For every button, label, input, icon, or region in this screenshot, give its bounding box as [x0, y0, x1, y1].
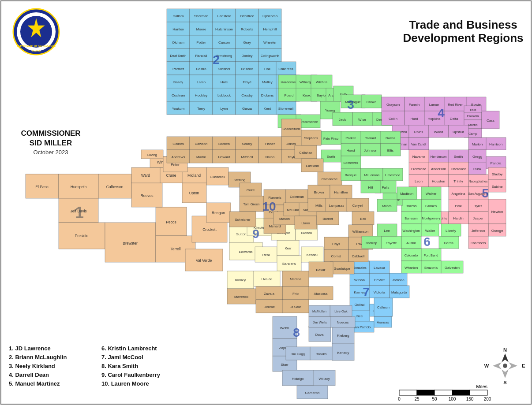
svg-text:Floyd: Floyd [243, 80, 251, 84]
svg-text:Childress: Childress [278, 67, 293, 71]
svg-text:Val Verde: Val Verde [196, 258, 212, 263]
legend-2: 2. Briann McLaughlin [9, 354, 67, 360]
svg-text:Montgomery: Montgomery [422, 216, 440, 220]
svg-text:Mason: Mason [279, 217, 290, 221]
svg-text:Delta: Delta [450, 117, 458, 121]
svg-text:Hall: Hall [264, 67, 270, 71]
svg-text:Washington: Washington [402, 229, 420, 233]
svg-text:Brooks: Brooks [316, 352, 327, 356]
svg-text:Eastland: Eastland [306, 164, 318, 168]
svg-text:3: 3 [347, 98, 354, 111]
svg-text:Duval: Duval [315, 333, 325, 337]
svg-text:Brazos: Brazos [406, 204, 417, 208]
svg-text:Gonzales: Gonzales [352, 266, 367, 270]
svg-text:Frio: Frio [292, 292, 299, 296]
svg-text:Nacogdoches: Nacogdoches [469, 180, 488, 183]
svg-text:Dickens: Dickens [261, 93, 273, 97]
svg-text:Fisher: Fisher [265, 142, 275, 146]
svg-text:Erath: Erath [326, 155, 335, 159]
svg-text:Callahan: Callahan [299, 151, 312, 155]
svg-text:McMullen: McMullen [312, 309, 326, 313]
svg-text:Comal: Comal [331, 254, 341, 258]
svg-text:Andrews: Andrews [171, 155, 185, 159]
svg-text:Jefferson: Jefferson [472, 229, 485, 233]
svg-text:Comanche: Comanche [322, 177, 337, 181]
svg-text:Fannin: Fannin [409, 103, 420, 107]
svg-text:Lee: Lee [384, 229, 390, 233]
svg-text:Roberts: Roberts [241, 27, 253, 31]
svg-text:Houston: Houston [432, 179, 445, 183]
legend-5: 5. Manuel Martinez [9, 380, 60, 387]
svg-text:Jim Wells: Jim Wells [313, 320, 327, 324]
svg-text:Franklin: Franklin [467, 114, 479, 118]
svg-text:Jim Hogg: Jim Hogg [291, 352, 305, 356]
svg-text:Hudspeth: Hudspeth [71, 185, 87, 189]
svg-text:Galveston: Galveston [445, 266, 460, 270]
svg-text:Ochiltree: Ochiltree [240, 14, 255, 18]
svg-text:Starr: Starr [281, 363, 288, 367]
svg-text:Rusk: Rusk [473, 167, 482, 171]
svg-text:Mitchell: Mitchell [241, 155, 253, 159]
svg-text:50: 50 [432, 397, 437, 401]
svg-text:Hood: Hood [346, 149, 355, 152]
svg-text:Panola: Panola [491, 161, 502, 165]
legend-9: 9. Carol Faulkenberry [101, 372, 161, 378]
svg-text:N: N [503, 347, 507, 353]
commissioner-date: October 2023 [34, 149, 68, 156]
svg-text:Real: Real [262, 253, 270, 257]
svg-text:Cass: Cass [487, 119, 495, 123]
svg-text:Brown: Brown [314, 190, 324, 194]
svg-text:Trinity: Trinity [453, 179, 463, 183]
svg-text:S: S [503, 380, 506, 385]
svg-text:Crockett: Crockett [202, 227, 217, 232]
svg-text:Lampasas: Lampasas [329, 204, 345, 208]
svg-text:0: 0 [398, 397, 401, 401]
svg-text:Nolan: Nolan [266, 155, 275, 159]
svg-text:Kinney: Kinney [235, 278, 246, 282]
svg-text:E: E [522, 363, 525, 368]
svg-text:Shelby: Shelby [492, 172, 502, 176]
svg-text:Caldwell: Caldwell [352, 254, 365, 258]
svg-text:Colorado: Colorado [405, 253, 418, 257]
svg-text:Martin: Martin [196, 155, 206, 159]
svg-text:Collin: Collin [389, 117, 397, 121]
svg-text:Young: Young [325, 108, 335, 112]
svg-text:Lipscomb: Lipscomb [262, 14, 278, 18]
svg-text:Stonewall: Stonewall [278, 107, 294, 111]
svg-text:Upton: Upton [189, 191, 199, 195]
svg-text:Presidio: Presidio [75, 234, 89, 238]
texas-map: El Paso Hudspeth Culberson Jeff Davis Pr… [0, 0, 532, 405]
svg-text:Dallam: Dallam [173, 14, 184, 18]
svg-text:Hidalgo: Hidalgo [292, 377, 304, 381]
legend-6: 6. Kristin Lambrecht [101, 345, 157, 352]
svg-text:Moore: Moore [196, 27, 206, 31]
svg-text:Culberson: Culberson [106, 185, 124, 189]
svg-text:100: 100 [449, 397, 456, 401]
svg-text:Coleman: Coleman [290, 195, 304, 199]
svg-text:Jasper: Jasper [473, 216, 483, 220]
svg-text:Lavaca: Lavaca [374, 266, 385, 270]
svg-text:Borden: Borden [218, 142, 230, 146]
svg-text:Newton: Newton [491, 210, 503, 214]
svg-text:Harris: Harris [444, 241, 453, 245]
svg-text:Foard: Foard [285, 93, 294, 97]
svg-text:Harrison: Harrison [489, 142, 502, 146]
svg-text:Swisher: Swisher [218, 67, 231, 71]
svg-text:Angelina: Angelina [451, 192, 465, 196]
svg-text:Hutchinson: Hutchinson [215, 27, 233, 31]
svg-text:Blanco: Blanco [301, 231, 312, 235]
svg-text:6: 6 [423, 235, 431, 249]
svg-text:Sherman: Sherman [194, 14, 208, 18]
svg-text:Bandera: Bandera [282, 262, 296, 266]
svg-text:Hardeman: Hardeman [281, 80, 297, 84]
svg-text:Henderson: Henderson [431, 155, 447, 159]
svg-point-521 [503, 364, 507, 368]
svg-text:McLennan: McLennan [364, 173, 379, 177]
svg-text:10: 10 [262, 200, 276, 213]
svg-text:Jack: Jack [339, 118, 346, 122]
svg-text:Garza: Garza [242, 107, 252, 111]
svg-text:9: 9 [252, 227, 259, 241]
svg-text:1: 1 [75, 204, 84, 222]
svg-text:Castro: Castro [196, 67, 206, 71]
svg-text:Bell: Bell [360, 217, 366, 221]
